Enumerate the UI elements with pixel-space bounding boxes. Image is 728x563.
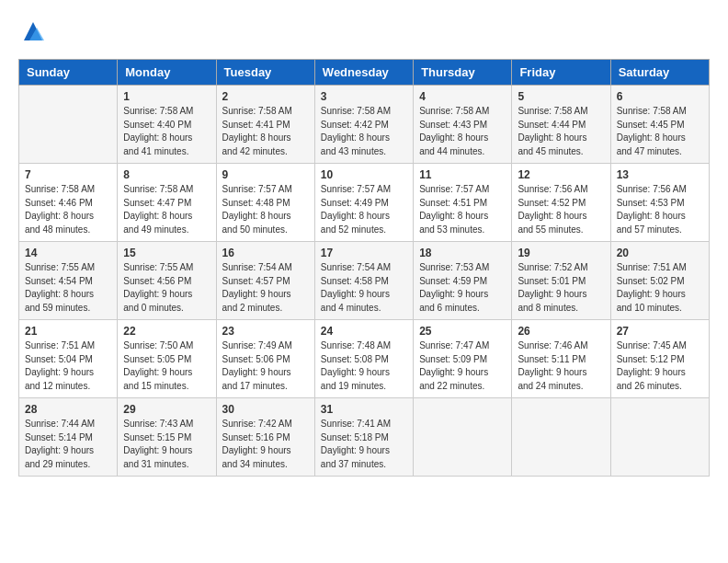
calendar-header-row: SundayMondayTuesdayWednesdayThursdayFrid… [19, 60, 710, 86]
calendar-cell: 1Sunrise: 7:58 AMSunset: 4:40 PMDaylight… [118, 86, 216, 164]
calendar-cell: 17Sunrise: 7:54 AMSunset: 4:58 PMDayligh… [314, 242, 413, 320]
day-number: 13 [617, 168, 703, 181]
day-info: Sunrise: 7:57 AMSunset: 4:49 PMDaylight:… [321, 183, 407, 236]
day-info: Sunrise: 7:51 AMSunset: 5:02 PMDaylight:… [617, 261, 703, 315]
header-wednesday: Wednesday [314, 60, 413, 86]
calendar-cell: 29Sunrise: 7:43 AMSunset: 5:15 PMDayligh… [118, 398, 216, 477]
calendar-cell: 24Sunrise: 7:48 AMSunset: 5:08 PMDayligh… [314, 320, 413, 398]
day-info: Sunrise: 7:52 AMSunset: 5:01 PMDaylight:… [518, 261, 604, 315]
day-info: Sunrise: 7:50 AMSunset: 5:05 PMDaylight:… [123, 339, 210, 393]
day-info: Sunrise: 7:55 AMSunset: 4:56 PMDaylight:… [123, 261, 210, 315]
page-header [18, 18, 710, 44]
calendar-cell: 16Sunrise: 7:54 AMSunset: 4:57 PMDayligh… [216, 242, 314, 320]
day-number: 26 [518, 325, 604, 338]
logo [18, 18, 46, 44]
calendar-cell: 3Sunrise: 7:58 AMSunset: 4:42 PMDaylight… [314, 86, 413, 164]
day-number: 21 [25, 325, 111, 338]
week-row-2: 14Sunrise: 7:55 AMSunset: 4:54 PMDayligh… [19, 242, 710, 320]
calendar-cell: 15Sunrise: 7:55 AMSunset: 4:56 PMDayligh… [118, 242, 216, 320]
day-info: Sunrise: 7:58 AMSunset: 4:43 PMDaylight:… [419, 105, 506, 158]
day-number: 15 [123, 247, 210, 259]
day-number: 30 [222, 403, 309, 416]
day-number: 2 [222, 90, 309, 103]
day-number: 27 [617, 325, 703, 338]
header-sunday: Sunday [19, 60, 118, 86]
day-number: 24 [321, 325, 407, 338]
day-info: Sunrise: 7:54 AMSunset: 4:58 PMDaylight:… [321, 261, 407, 315]
calendar-cell: 10Sunrise: 7:57 AMSunset: 4:49 PMDayligh… [314, 164, 413, 242]
day-info: Sunrise: 7:48 AMSunset: 5:08 PMDaylight:… [321, 339, 407, 393]
day-number: 7 [25, 168, 111, 181]
day-number: 10 [321, 168, 407, 181]
day-number: 5 [518, 90, 604, 103]
day-info: Sunrise: 7:58 AMSunset: 4:41 PMDaylight:… [222, 105, 309, 158]
day-number: 3 [321, 90, 407, 103]
day-info: Sunrise: 7:58 AMSunset: 4:42 PMDaylight:… [321, 105, 407, 158]
day-info: Sunrise: 7:56 AMSunset: 4:53 PMDaylight:… [617, 183, 703, 236]
calendar-cell: 21Sunrise: 7:51 AMSunset: 5:04 PMDayligh… [19, 320, 118, 398]
header-saturday: Saturday [610, 60, 709, 86]
calendar-cell: 30Sunrise: 7:42 AMSunset: 5:16 PMDayligh… [216, 398, 314, 477]
day-info: Sunrise: 7:57 AMSunset: 4:48 PMDaylight:… [222, 183, 309, 236]
day-info: Sunrise: 7:46 AMSunset: 5:11 PMDaylight:… [518, 339, 604, 393]
day-number: 14 [25, 247, 111, 259]
week-row-4: 28Sunrise: 7:44 AMSunset: 5:14 PMDayligh… [19, 398, 710, 477]
day-info: Sunrise: 7:49 AMSunset: 5:06 PMDaylight:… [222, 339, 309, 393]
day-number: 16 [222, 247, 309, 259]
day-info: Sunrise: 7:55 AMSunset: 4:54 PMDaylight:… [25, 261, 111, 315]
day-info: Sunrise: 7:58 AMSunset: 4:46 PMDaylight:… [25, 183, 111, 236]
day-number: 12 [518, 168, 604, 181]
calendar-cell: 27Sunrise: 7:45 AMSunset: 5:12 PMDayligh… [610, 320, 709, 398]
calendar-cell: 26Sunrise: 7:46 AMSunset: 5:11 PMDayligh… [512, 320, 610, 398]
calendar-cell [610, 398, 709, 477]
calendar-cell: 5Sunrise: 7:58 AMSunset: 4:44 PMDaylight… [512, 86, 610, 164]
calendar-cell: 20Sunrise: 7:51 AMSunset: 5:02 PMDayligh… [610, 242, 709, 320]
day-number: 17 [321, 247, 407, 259]
day-info: Sunrise: 7:57 AMSunset: 4:51 PMDaylight:… [419, 183, 506, 236]
calendar-cell: 4Sunrise: 7:58 AMSunset: 4:43 PMDaylight… [414, 86, 512, 164]
day-info: Sunrise: 7:43 AMSunset: 5:15 PMDaylight:… [123, 418, 210, 471]
calendar-cell: 14Sunrise: 7:55 AMSunset: 4:54 PMDayligh… [19, 242, 118, 320]
calendar-cell: 9Sunrise: 7:57 AMSunset: 4:48 PMDaylight… [216, 164, 314, 242]
day-info: Sunrise: 7:47 AMSunset: 5:09 PMDaylight:… [419, 339, 506, 393]
day-number: 4 [419, 90, 506, 103]
calendar-cell: 28Sunrise: 7:44 AMSunset: 5:14 PMDayligh… [19, 398, 118, 477]
day-info: Sunrise: 7:58 AMSunset: 4:44 PMDaylight:… [518, 105, 604, 158]
day-info: Sunrise: 7:41 AMSunset: 5:18 PMDaylight:… [321, 418, 407, 471]
day-number: 8 [123, 168, 210, 181]
calendar-cell [414, 398, 512, 477]
calendar-cell: 23Sunrise: 7:49 AMSunset: 5:06 PMDayligh… [216, 320, 314, 398]
day-number: 19 [518, 247, 604, 259]
calendar-cell: 19Sunrise: 7:52 AMSunset: 5:01 PMDayligh… [512, 242, 610, 320]
calendar-cell: 6Sunrise: 7:58 AMSunset: 4:45 PMDaylight… [610, 86, 709, 164]
day-number: 18 [419, 247, 506, 259]
day-info: Sunrise: 7:58 AMSunset: 4:45 PMDaylight:… [617, 105, 703, 158]
calendar-cell [19, 86, 118, 164]
day-number: 28 [25, 403, 111, 416]
day-number: 25 [419, 325, 506, 338]
week-row-0: 1Sunrise: 7:58 AMSunset: 4:40 PMDaylight… [19, 86, 710, 164]
day-number: 23 [222, 325, 309, 338]
week-row-3: 21Sunrise: 7:51 AMSunset: 5:04 PMDayligh… [19, 320, 710, 398]
calendar-cell: 11Sunrise: 7:57 AMSunset: 4:51 PMDayligh… [414, 164, 512, 242]
calendar-table: SundayMondayTuesdayWednesdayThursdayFrid… [18, 59, 710, 477]
calendar-cell: 2Sunrise: 7:58 AMSunset: 4:41 PMDaylight… [216, 86, 314, 164]
day-info: Sunrise: 7:45 AMSunset: 5:12 PMDaylight:… [617, 339, 703, 393]
calendar-cell: 18Sunrise: 7:53 AMSunset: 4:59 PMDayligh… [414, 242, 512, 320]
day-info: Sunrise: 7:56 AMSunset: 4:52 PMDaylight:… [518, 183, 604, 236]
calendar-cell: 13Sunrise: 7:56 AMSunset: 4:53 PMDayligh… [610, 164, 709, 242]
calendar-cell: 8Sunrise: 7:58 AMSunset: 4:47 PMDaylight… [118, 164, 216, 242]
day-info: Sunrise: 7:58 AMSunset: 4:40 PMDaylight:… [123, 105, 210, 158]
week-row-1: 7Sunrise: 7:58 AMSunset: 4:46 PMDaylight… [19, 164, 710, 242]
header-tuesday: Tuesday [216, 60, 314, 86]
day-number: 9 [222, 168, 309, 181]
day-number: 31 [321, 403, 407, 416]
calendar-cell [512, 398, 610, 477]
calendar-body: 1Sunrise: 7:58 AMSunset: 4:40 PMDaylight… [19, 86, 710, 477]
day-info: Sunrise: 7:51 AMSunset: 5:04 PMDaylight:… [25, 339, 111, 393]
day-number: 29 [123, 403, 210, 416]
header-friday: Friday [512, 60, 610, 86]
calendar-cell: 31Sunrise: 7:41 AMSunset: 5:18 PMDayligh… [314, 398, 413, 477]
calendar-cell: 12Sunrise: 7:56 AMSunset: 4:52 PMDayligh… [512, 164, 610, 242]
day-number: 20 [617, 247, 703, 259]
